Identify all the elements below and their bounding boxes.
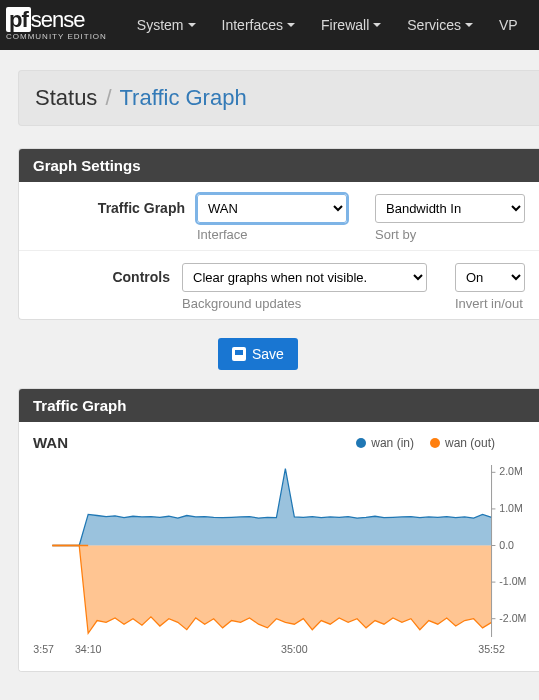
invert-select[interactable]: On xyxy=(455,263,525,292)
svg-text:-1.0M: -1.0M xyxy=(499,575,526,587)
caret-down-icon xyxy=(373,23,381,27)
svg-text:2.0M: 2.0M xyxy=(499,465,523,477)
interface-select[interactable]: WAN xyxy=(197,194,347,223)
label-controls: Controls xyxy=(33,263,182,285)
brand-pf: pf xyxy=(6,7,31,32)
svg-text:33:57: 33:57 xyxy=(33,643,54,655)
svg-text:34:10: 34:10 xyxy=(75,643,102,655)
caret-down-icon xyxy=(188,23,196,27)
background-updates-select[interactable]: Clear graphs when not visible. xyxy=(182,263,427,292)
content-area: Status / Traffic Graph Graph Settings Tr… xyxy=(0,50,539,672)
chart-plot: 2.0M1.0M0.0-1.0M-2.0M33:5734:1035:0035:5… xyxy=(33,457,535,657)
chart-legend: wan (in) wan (out) xyxy=(356,436,495,450)
traffic-graph-panel: Traffic Graph WAN wan (in) wan (out) xyxy=(18,388,539,672)
svg-text:0.0: 0.0 xyxy=(499,538,514,550)
svg-text:35:52: 35:52 xyxy=(478,643,505,655)
nav-services[interactable]: Services xyxy=(395,9,485,41)
chart-title: WAN xyxy=(33,434,68,451)
legend-wan-in: wan (in) xyxy=(356,436,414,450)
breadcrumb-status[interactable]: Status xyxy=(35,85,97,111)
brand-sense: sense xyxy=(31,7,85,32)
breadcrumb-page[interactable]: Traffic Graph xyxy=(120,85,247,111)
form-row-traffic-graph: Traffic Graph WAN Interface Bandwidth In… xyxy=(19,182,539,251)
nav-firewall[interactable]: Firewall xyxy=(309,9,393,41)
breadcrumb-sep: / xyxy=(105,85,111,111)
save-button[interactable]: Save xyxy=(218,338,298,370)
caret-down-icon xyxy=(287,23,295,27)
brand-logo[interactable]: pfsense COMMUNITY EDITION xyxy=(6,9,107,41)
panel-header-chart: Traffic Graph xyxy=(19,389,539,422)
helper-interface: Interface xyxy=(197,227,347,242)
svg-text:1.0M: 1.0M xyxy=(499,502,523,514)
svg-text:-2.0M: -2.0M xyxy=(499,612,526,624)
nav-items: System Interfaces Firewall Services VP xyxy=(125,9,530,41)
nav-interfaces[interactable]: Interfaces xyxy=(210,9,307,41)
form-row-controls: Controls Clear graphs when not visible. … xyxy=(19,251,539,319)
nav-system[interactable]: System xyxy=(125,9,208,41)
save-row: Save xyxy=(18,338,539,370)
brand-sub: COMMUNITY EDITION xyxy=(6,33,107,41)
legend-dot-in-icon xyxy=(356,438,366,448)
helper-background: Background updates xyxy=(182,296,427,311)
legend-dot-out-icon xyxy=(430,438,440,448)
sortby-select[interactable]: Bandwidth In xyxy=(375,194,525,223)
nav-vpn[interactable]: VP xyxy=(487,9,530,41)
top-navbar: pfsense COMMUNITY EDITION System Interfa… xyxy=(0,0,539,50)
caret-down-icon xyxy=(465,23,473,27)
label-traffic-graph: Traffic Graph xyxy=(33,194,197,216)
save-icon xyxy=(232,347,246,361)
breadcrumb: Status / Traffic Graph xyxy=(18,70,539,126)
chart-body: WAN wan (in) wan (out) 2.0M1.0M0.0-1.0M-… xyxy=(19,422,539,671)
helper-sortby: Sort by xyxy=(375,227,525,242)
panel-header-settings: Graph Settings xyxy=(19,149,539,182)
chart-svg: 2.0M1.0M0.0-1.0M-2.0M33:5734:1035:0035:5… xyxy=(33,457,535,657)
svg-text:35:00: 35:00 xyxy=(281,643,308,655)
graph-settings-panel: Graph Settings Traffic Graph WAN Interfa… xyxy=(18,148,539,320)
legend-wan-out: wan (out) xyxy=(430,436,495,450)
helper-invert: Invert in/out xyxy=(455,296,525,311)
